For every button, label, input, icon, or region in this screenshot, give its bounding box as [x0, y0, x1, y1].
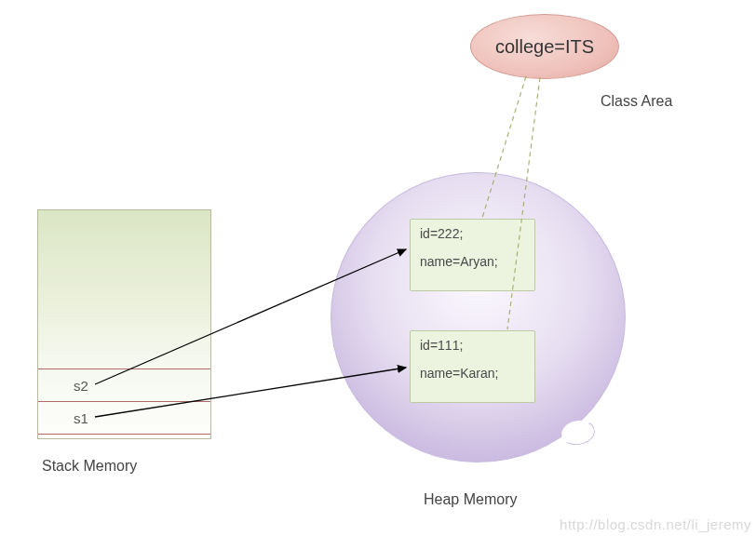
stack-box: s2 s1 [37, 209, 211, 439]
heap-object-2: id=111; name=Karan; [410, 330, 535, 403]
stack-memory-label: Stack Memory [42, 458, 137, 475]
obj2-id: id=111; [420, 339, 525, 352]
stack-divider-1 [38, 368, 210, 369]
heap-circle [331, 172, 626, 462]
heap-notch [560, 418, 597, 448]
class-area-ellipse: college=ITS [470, 14, 619, 79]
stack-divider-3 [38, 434, 210, 435]
diagram-canvas: college=ITS Class Area id=222; name=Arya… [0, 0, 756, 536]
obj1-name: name=Aryan; [420, 255, 525, 268]
class-area-label: Class Area [601, 93, 672, 110]
obj1-id: id=222; [420, 227, 525, 240]
stack-cell-s1: s1 [74, 410, 88, 426]
obj2-name: name=Karan; [420, 367, 525, 380]
watermark-text: http://blog.csdn.net/li_jeremy [560, 516, 751, 532]
class-area-text: college=ITS [495, 36, 594, 58]
stack-cell-s2: s2 [74, 378, 88, 394]
heap-memory-label: Heap Memory [424, 491, 517, 508]
stack-divider-2 [38, 401, 210, 402]
heap-object-1: id=222; name=Aryan; [410, 219, 535, 291]
